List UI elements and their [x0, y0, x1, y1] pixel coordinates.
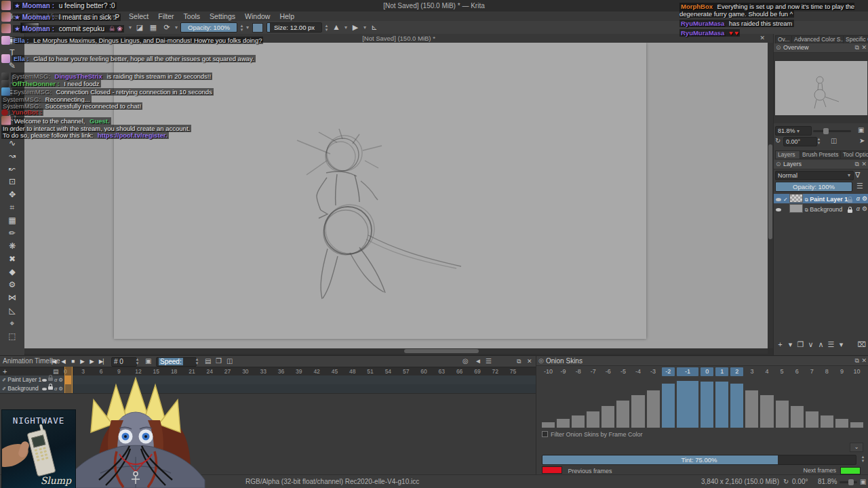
- zoom-fit-icon[interactable]: ▣: [860, 475, 866, 488]
- layer-settings-icon[interactable]: ⚙: [862, 194, 867, 203]
- playback-speed[interactable]: Speed: 100 %: [156, 357, 197, 367]
- delete-layer-button[interactable]: ⌧: [857, 340, 866, 349]
- onion-opacity-bar[interactable]: [557, 419, 570, 428]
- onion-offset-cell[interactable]: -1: [677, 367, 698, 376]
- frame-actions-icon-2[interactable]: ❐: [216, 356, 222, 367]
- speed-spinner[interactable]: ▴▾: [194, 357, 200, 365]
- pin-icon[interactable]: ➤: [859, 137, 865, 144]
- stop-button[interactable]: ■: [68, 356, 77, 367]
- horizontal-scrollbar[interactable]: [24, 348, 768, 354]
- onion-opacity-bar[interactable]: [616, 401, 629, 428]
- timeline-ruler[interactable]: + ▤ 036912151821242730333639424548515457…: [0, 367, 536, 376]
- tint-spinner[interactable]: ▴▾: [860, 455, 866, 463]
- timeline-float-icon[interactable]: ⧉: [517, 356, 521, 367]
- onion-offset-cell[interactable]: -10: [542, 367, 555, 376]
- onion-opacity-bar[interactable]: [821, 415, 833, 428]
- onion-offset-cell[interactable]: 5: [776, 367, 789, 376]
- onion-close-icon[interactable]: ✕: [861, 357, 867, 365]
- filter-onion-checkbox[interactable]: [542, 431, 548, 437]
- layer-thumbnail[interactable]: [789, 204, 803, 213]
- layer-options-icon[interactable]: ☰: [856, 182, 863, 190]
- mirror-view-icon[interactable]: ◫: [831, 137, 837, 144]
- layer-filter-icon[interactable]: ∇: [855, 171, 860, 180]
- onion-offset-cell[interactable]: 6: [791, 367, 804, 376]
- tint-slider[interactable]: Tint: 75.00%: [542, 455, 856, 465]
- layer-lock-icon[interactable]: [848, 199, 852, 203]
- layer-opacity-slider[interactable]: Opacity: 100%: [775, 182, 852, 192]
- next-frame-button[interactable]: ▶: [87, 356, 96, 367]
- timeline-close-icon[interactable]: ✕: [527, 356, 532, 367]
- alpha-icon[interactable]: α: [54, 386, 57, 392]
- zoom-slider[interactable]: [840, 481, 857, 483]
- onion-opacity-bar[interactable]: [776, 401, 789, 428]
- onion-offset-cell[interactable]: 2: [730, 367, 743, 376]
- tab-brush-presets[interactable]: Brush Presets: [800, 150, 842, 159]
- document-tab-title[interactable]: [Not Saved] (150.0 MiB) *: [362, 35, 435, 42]
- move-tool[interactable]: ✥: [0, 188, 24, 201]
- duplicate-layer-button[interactable]: ❐: [795, 340, 806, 349]
- onion-float-icon[interactable]: ⧉: [855, 357, 859, 365]
- onion-offset-cell[interactable]: 4: [760, 367, 773, 376]
- onion-opacity-bar[interactable]: [647, 390, 660, 428]
- onion-opacity-bar[interactable]: [631, 395, 644, 428]
- alpha-icon[interactable]: α: [54, 377, 57, 383]
- tab-tool-options[interactable]: Tool Options: [840, 150, 868, 159]
- next-frames-color[interactable]: [840, 467, 861, 474]
- onion-offset-cell[interactable]: -5: [616, 367, 629, 376]
- onion-toggle-icon[interactable]: ▣: [145, 356, 151, 367]
- fit-canvas-icon[interactable]: ▣: [858, 126, 864, 134]
- onion-offset-cell[interactable]: -6: [601, 367, 614, 376]
- canvas-angle-icon[interactable]: ↻: [783, 475, 789, 488]
- tab-layers[interactable]: Layers: [775, 150, 801, 159]
- freehand-path-tool[interactable]: ↝: [0, 150, 24, 163]
- vertical-scrollbar[interactable]: [768, 43, 773, 348]
- canvas-angle-status[interactable]: 0.00°: [792, 475, 808, 488]
- onion-opacity-bar[interactable]: [601, 406, 614, 428]
- assistants-tool[interactable]: ⋈: [0, 291, 24, 304]
- play-button[interactable]: ▶: [77, 356, 87, 367]
- crop-tool[interactable]: ⌗: [0, 201, 24, 214]
- onion-offset-cell[interactable]: -2: [662, 367, 675, 376]
- transform-tool[interactable]: ⊡: [0, 176, 24, 188]
- onion-offset-cell[interactable]: 1: [715, 367, 728, 376]
- frame-spinner[interactable]: ▴▾: [134, 357, 140, 365]
- onion-opacity-bar[interactable]: [701, 382, 713, 428]
- layer-name[interactable]: Background: [810, 206, 842, 213]
- layer-properties-caret[interactable]: ▾: [836, 340, 846, 349]
- rect-select-tool[interactable]: ⬚: [0, 330, 24, 343]
- onion-offset-cell[interactable]: -7: [587, 367, 599, 376]
- move-layer-down-button[interactable]: ∨: [806, 340, 816, 349]
- onion-offset-cell[interactable]: -4: [631, 367, 644, 376]
- add-layer-caret[interactable]: ▾: [785, 340, 795, 349]
- add-layer-button[interactable]: +: [775, 340, 785, 348]
- blend-mode-select[interactable]: Normal▾: [775, 171, 854, 180]
- onion-opacity-bar[interactable]: [835, 419, 848, 428]
- onion-offset-cell[interactable]: 10: [850, 367, 863, 376]
- onion-skins-icon[interactable]: ◎: [462, 356, 469, 367]
- layer-row-paint-layer-1[interactable]: ✓ ⧉ Paint Layer 1 α ⚙: [774, 194, 868, 203]
- onion-opacity-bar[interactable]: [677, 381, 698, 428]
- overview-zoom-slider[interactable]: [813, 130, 851, 132]
- reference-images-tool[interactable]: ⌖: [0, 317, 24, 330]
- layer-alpha-icon[interactable]: α: [856, 194, 860, 203]
- rotation-value[interactable]: 0.00°: [783, 137, 817, 146]
- onion-opacity-bar[interactable]: [806, 411, 818, 428]
- eye-icon[interactable]: [42, 379, 47, 382]
- frame-actions-icon-3[interactable]: ◫: [226, 356, 233, 367]
- layers-float-icon[interactable]: ⧉: [855, 160, 859, 169]
- fill-tool[interactable]: ◆: [0, 266, 24, 279]
- onion-opacity-bar[interactable]: [587, 411, 599, 428]
- onion-opacity-bar[interactable]: [572, 415, 585, 428]
- onion-opacity-bar[interactable]: [745, 390, 758, 428]
- multibrush-tool[interactable]: ✖: [0, 253, 24, 266]
- previous-frame-button[interactable]: ◀: [58, 356, 68, 367]
- layer-visibility-icon[interactable]: [776, 208, 781, 211]
- lock-icon[interactable]: [48, 386, 53, 390]
- layer-alpha-icon[interactable]: α: [856, 204, 860, 214]
- onion-offset-cell[interactable]: -8: [572, 367, 585, 376]
- color-sampler-tool[interactable]: ✏: [0, 227, 24, 240]
- rotation-reset-icon[interactable]: ↻: [775, 137, 781, 144]
- onion-opacity-bar[interactable]: [715, 382, 728, 428]
- layer-settings-icon[interactable]: ⚙: [862, 204, 867, 214]
- smart-patch-tool[interactable]: ❋: [0, 240, 24, 253]
